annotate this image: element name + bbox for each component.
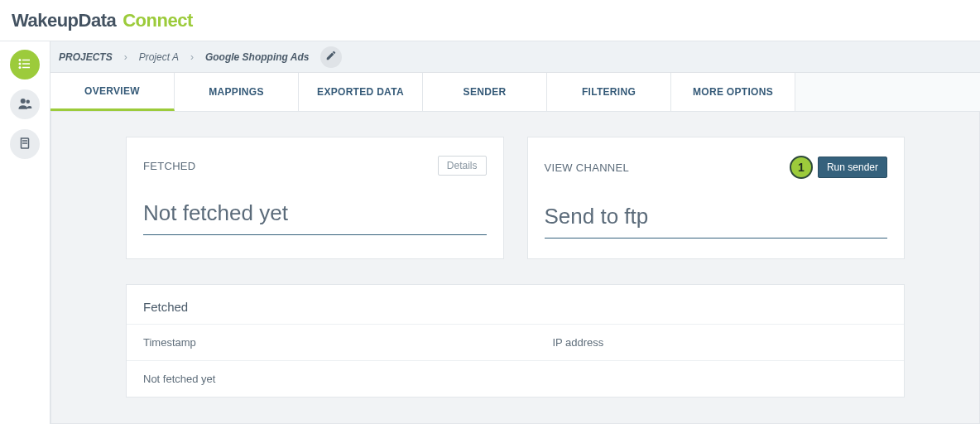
run-sender-button[interactable]: Run sender	[818, 157, 887, 178]
svg-point-7	[26, 99, 31, 104]
breadcrumb-project[interactable]: Project A	[139, 51, 179, 63]
logo-secondary: Connect	[122, 10, 193, 31]
tabs: OVERVIEW MAPPINGS EXPORTED DATA SENDER F…	[50, 73, 980, 112]
svg-point-6	[21, 99, 26, 104]
content-area: FETCHED Details Not fetched yet VIEW CHA…	[50, 112, 980, 424]
breadcrumb-root[interactable]: PROJECTS	[59, 51, 113, 63]
channel-card: VIEW CHANNEL 1 Run sender Send to ftp	[527, 137, 906, 259]
svg-point-0	[19, 59, 22, 61]
svg-rect-1	[22, 59, 30, 60]
table-header-row: Timestamp IP address	[127, 324, 904, 360]
step-badge: 1	[790, 156, 813, 179]
fetched-table: Fetched Timestamp IP address Not fetched…	[126, 284, 905, 398]
channel-card-title: VIEW CHANNEL	[545, 161, 630, 174]
book-icon	[17, 136, 32, 153]
fetched-card-value: Not fetched yet	[143, 200, 487, 235]
breadcrumb-current: Google Shopping Ads	[205, 51, 310, 63]
table-empty-ip	[552, 373, 887, 385]
col-timestamp-header: Timestamp	[143, 336, 552, 349]
tab-filtering[interactable]: FILTERING	[547, 73, 671, 111]
fetched-table-title: Fetched	[127, 285, 904, 324]
table-row: Not fetched yet	[127, 360, 904, 397]
list-icon	[17, 56, 32, 74]
col-ip-header: IP address	[552, 336, 887, 349]
table-empty-value: Not fetched yet	[143, 373, 552, 385]
breadcrumb: PROJECTS › Project A › Google Shopping A…	[50, 41, 980, 73]
sidebar-item-docs[interactable]	[10, 129, 40, 159]
tab-sender[interactable]: SENDER	[423, 73, 547, 111]
sidebar-item-list[interactable]	[10, 50, 40, 80]
pencil-icon	[325, 50, 337, 64]
chevron-right-icon: ›	[124, 51, 127, 63]
fetched-card: FETCHED Details Not fetched yet	[126, 137, 504, 259]
sidebar-item-users[interactable]	[10, 89, 40, 119]
svg-point-4	[19, 66, 22, 69]
chevron-right-icon: ›	[190, 51, 194, 63]
channel-card-value: Send to ftp	[545, 204, 888, 238]
tab-exported-data[interactable]: EXPORTED DATA	[299, 73, 423, 111]
app-header: WakeupData Connect	[0, 0, 980, 41]
tab-mappings[interactable]: MAPPINGS	[175, 73, 299, 111]
svg-rect-5	[22, 66, 30, 68]
sidebar	[0, 41, 50, 424]
tab-more-options[interactable]: MORE OPTIONS	[671, 73, 795, 111]
svg-point-2	[19, 62, 22, 65]
svg-rect-3	[22, 63, 30, 65]
details-button[interactable]: Details	[438, 156, 487, 176]
users-icon	[17, 96, 32, 113]
logo-primary: WakeupData	[12, 10, 116, 31]
logo: WakeupData Connect	[12, 10, 193, 31]
fetched-card-title: FETCHED	[143, 160, 196, 172]
edit-button[interactable]	[320, 46, 342, 68]
tab-overview[interactable]: OVERVIEW	[50, 73, 175, 111]
